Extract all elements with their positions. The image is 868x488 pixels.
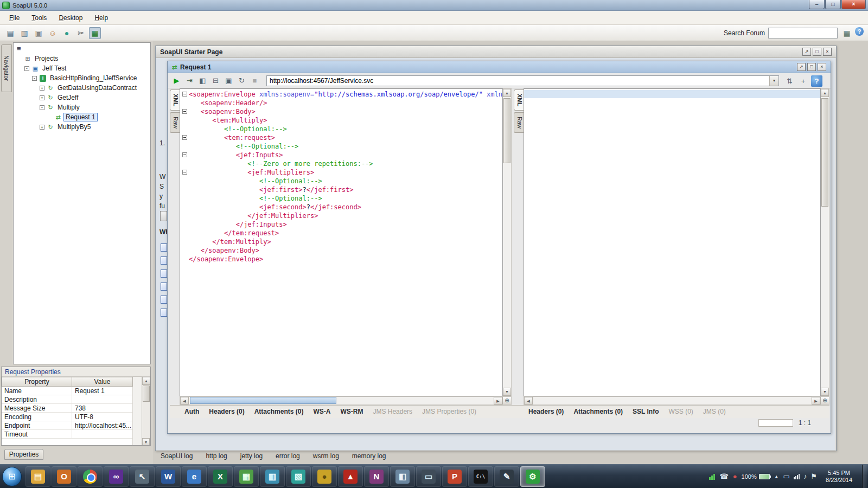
starter-doc-icon[interactable] (161, 296, 167, 304)
taskbar-outlook-icon[interactable]: O (52, 466, 76, 487)
tabbed-layout-icon[interactable]: ▣ (223, 75, 234, 86)
scroll-down-icon[interactable]: ▼ (821, 388, 829, 396)
scroll-left-icon[interactable]: ◀ (524, 397, 533, 404)
tray-volume-icon[interactable]: ♪ (803, 472, 807, 480)
tree-toggle-icon[interactable]: - (32, 76, 37, 81)
taskbar-pen-tool-icon[interactable]: ✎ (494, 466, 519, 487)
menu-item-help[interactable]: Help (88, 12, 114, 24)
request-vscrollbar[interactable]: ▲ ▼ (503, 88, 512, 396)
fold-toggle-icon[interactable] (182, 92, 187, 97)
starter-doc-icon[interactable] (161, 243, 167, 252)
tray-network-icon[interactable] (794, 473, 800, 479)
zoom-icon[interactable]: ⊕ (820, 397, 829, 404)
property-value-cell[interactable] (72, 395, 132, 403)
response-xml-editor[interactable] (524, 88, 821, 396)
preferences-icon[interactable]: ● (61, 27, 73, 39)
start-button[interactable]: ⊞ (2, 467, 22, 486)
editor-tab-xml-response[interactable]: XML (514, 89, 524, 111)
starter-button-fragment[interactable] (160, 211, 167, 221)
tree-toggle-icon[interactable]: - (40, 105, 44, 110)
scrollbar-thumb[interactable] (503, 98, 510, 163)
taskbar-visual-studio-icon[interactable]: ∞ (104, 466, 129, 487)
import-workspace-icon[interactable]: ▥ (18, 27, 30, 39)
taskbar-powerpoint-icon[interactable]: P (442, 466, 467, 487)
menu-item-file[interactable]: File (3, 12, 25, 24)
starter-doc-icon[interactable] (161, 256, 167, 265)
tray-media-icon[interactable]: ● (733, 472, 737, 480)
log-tab-wsrm-log[interactable]: wsrm log (312, 451, 340, 461)
inspector-tab-headers-0[interactable]: Headers (0) (204, 406, 249, 418)
taskbar-snipping-tool-icon[interactable]: ↖ (130, 466, 155, 487)
log-tab-soapui-log[interactable]: SoapUI log (159, 451, 194, 461)
tree-options-icon[interactable]: ≡ (17, 44, 21, 53)
request-xml-editor[interactable]: <soapenv:Envelope xmlns:soapenv="http://… (180, 88, 503, 396)
tray-action-center-icon[interactable]: ⚑ (810, 472, 817, 480)
tree-toggle-icon[interactable]: + (40, 95, 44, 100)
tree-toggle-icon[interactable]: + (40, 86, 44, 91)
forum-icon[interactable]: ☺ (47, 27, 59, 39)
taskbar-lock-icon[interactable]: ● (312, 466, 337, 487)
log-tab-memory-log[interactable]: memory log (351, 451, 387, 461)
taskbar-remote-desktop-icon[interactable]: ▭ (416, 466, 441, 487)
fold-toggle-icon[interactable] (182, 152, 187, 157)
tray-phone-icon[interactable]: ☎ (719, 472, 728, 480)
menu-item-tools[interactable]: Tools (25, 12, 53, 24)
show-desktop-button[interactable] (862, 465, 867, 488)
create-workspace-icon[interactable]: ▤ (4, 27, 16, 39)
battery-indicator[interactable]: 100% (742, 473, 770, 480)
fold-toggle-icon[interactable] (182, 135, 187, 140)
inspector-tab-attachments-0[interactable]: Attachments (0) (569, 406, 628, 418)
request-maximize-button[interactable]: □ (807, 63, 816, 71)
scrollbar-thumb[interactable] (190, 397, 336, 404)
scroll-left-icon[interactable]: ◀ (180, 397, 189, 404)
zoom-icon[interactable]: ⊕ (502, 397, 511, 404)
property-value-cell[interactable]: Request 1 (72, 387, 132, 395)
taskbar-notes-icon[interactable]: ▧ (286, 466, 311, 487)
taskbar-chrome-icon[interactable] (78, 466, 103, 487)
inspector-tab-headers-0[interactable]: Headers (0) (524, 406, 569, 418)
scroll-down-icon[interactable]: ▼ (503, 388, 511, 396)
starter-float-button[interactable]: ↗ (802, 48, 811, 56)
taskbar-file-manager-icon[interactable]: ▥ (260, 466, 285, 487)
scroll-up-icon[interactable]: ▲ (142, 377, 150, 385)
scissors-icon[interactable]: ✂ (75, 27, 87, 39)
fold-toggle-icon[interactable] (182, 109, 187, 114)
close-button[interactable]: × (841, 0, 866, 9)
submit-request-button[interactable]: ▶ (171, 75, 182, 86)
response-vscrollbar[interactable]: ▲ ▼ (821, 88, 829, 396)
menu-item-desktop[interactable]: Desktop (53, 12, 88, 24)
tray-pc-icon[interactable]: ▭ (783, 472, 790, 480)
editor-tab-raw-response[interactable]: Raw (514, 112, 524, 133)
help-icon[interactable]: ? (855, 27, 864, 36)
starter-doc-icon[interactable] (161, 309, 167, 317)
taskbar-cmd-icon[interactable]: C:\ (468, 466, 493, 487)
taskbar-soapui-icon[interactable]: ⚙ (520, 466, 545, 487)
navigator-tab[interactable]: Navigator (1, 44, 12, 92)
properties-bottom-tab[interactable]: Properties (4, 449, 43, 460)
scroll-up-icon[interactable]: ▲ (821, 89, 829, 97)
taskbar-media-player-icon[interactable]: ◧ (390, 466, 415, 487)
tree-item-label[interactable]: MultiplyBy5 (56, 123, 92, 131)
request-help-icon[interactable]: ? (811, 75, 822, 87)
endpoint-order-icon[interactable]: ⇅ (784, 75, 795, 87)
request-titlebar[interactable]: ⇄ Request 1 ↗ □ × (168, 61, 831, 73)
taskbar-explorer-icon[interactable]: ▤ (25, 466, 50, 487)
scrollbar-thumb[interactable] (821, 98, 828, 207)
scroll-down-icon[interactable]: ▼ (142, 438, 150, 446)
cancel-request-icon[interactable]: ■ (249, 75, 260, 86)
forum-search-icon[interactable]: ▦ (841, 27, 853, 39)
scroll-up-icon[interactable]: ▲ (503, 89, 511, 97)
log-tab-http-log[interactable]: http log (205, 451, 228, 461)
inspector-tab-ssl-info[interactable]: SSL Info (628, 406, 663, 418)
inspector-tab-ws-a[interactable]: WS-A (308, 406, 335, 418)
taskbar-onenote-icon[interactable]: N (364, 466, 389, 487)
add-to-testcase-icon[interactable]: ⇥ (184, 75, 195, 86)
hidden-icons-button[interactable]: ▲ (774, 474, 779, 479)
inspector-tab-auth[interactable]: Auth (180, 406, 204, 418)
property-value-cell[interactable] (72, 430, 132, 438)
minimize-button[interactable]: – (809, 0, 825, 9)
tree-item-label[interactable]: Request 1 (63, 113, 98, 121)
taskbar-clock[interactable]: 5:45 PM 8/23/2014 (821, 470, 857, 484)
log-tab-jetty-log[interactable]: jetty log (239, 451, 264, 461)
split-horizontal-icon[interactable]: ◧ (197, 75, 208, 86)
